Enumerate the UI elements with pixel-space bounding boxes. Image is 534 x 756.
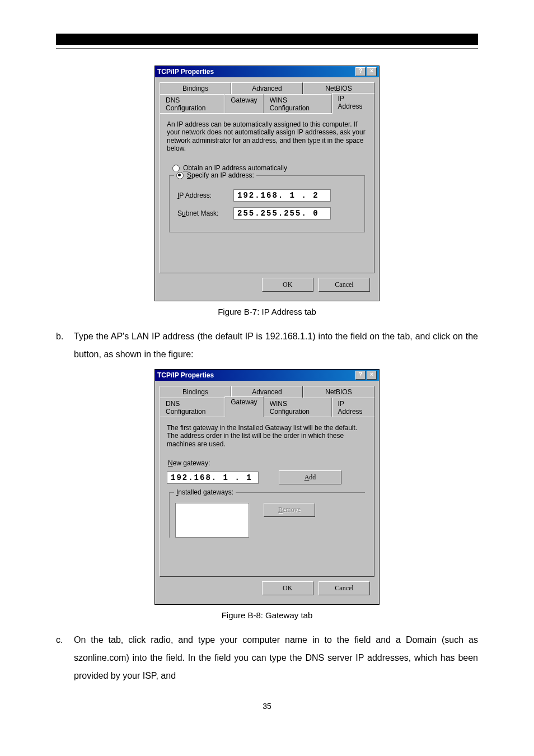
- title-bar: TCP/IP Properties ? ×: [155, 66, 379, 77]
- remove-button[interactable]: Remove: [264, 503, 315, 517]
- cancel-button[interactable]: Cancel: [318, 278, 370, 292]
- list-letter-c: c.: [56, 631, 74, 685]
- subnet-mask-input[interactable]: 255.255.255. 0: [233, 207, 331, 220]
- divider: [56, 48, 478, 49]
- help-button[interactable]: ?: [355, 371, 366, 380]
- figure-caption-b7: Figure B-7: IP Address tab: [56, 307, 478, 316]
- tab-netbios[interactable]: NetBIOS: [303, 82, 374, 94]
- explain-text: An IP address can be automatically assig…: [167, 120, 367, 153]
- explain-text: The first gateway in the Installed Gatew…: [167, 424, 367, 448]
- new-gateway-label: New gateway:: [168, 459, 366, 467]
- tcpip-properties-dialog-gateway: TCP/IP Properties ? × Bindings Advanced …: [154, 369, 380, 605]
- tab-dns-config[interactable]: DNS Configuration: [160, 94, 224, 114]
- tab-netbios[interactable]: NetBIOS: [303, 386, 374, 398]
- new-gateway-input[interactable]: 192.168. 1 . 1: [167, 472, 259, 484]
- ip-address-input[interactable]: 192.168. 1 . 2: [233, 189, 331, 202]
- close-button[interactable]: ×: [367, 67, 377, 76]
- radio-specify-ip[interactable]: Specify an IP address:: [174, 171, 256, 179]
- paragraph-c: c. On the tab, click radio, and type you…: [56, 631, 478, 685]
- close-button[interactable]: ×: [367, 371, 377, 380]
- dialog-title: TCP/IP Properties: [157, 68, 214, 76]
- radio-icon: [176, 172, 184, 179]
- cancel-button[interactable]: Cancel: [318, 581, 370, 595]
- installed-gateways-list[interactable]: [175, 503, 249, 538]
- ok-button[interactable]: OK: [262, 581, 313, 595]
- tab-bindings[interactable]: Bindings: [160, 386, 231, 398]
- ip-address-label: IP Address:: [177, 192, 233, 199]
- tab-advanced[interactable]: Advanced: [231, 386, 303, 398]
- tab-ip-address[interactable]: IP Address: [332, 93, 374, 114]
- specify-ip-group: Specify an IP address: IP Address: 192.1…: [169, 175, 365, 232]
- radio-obtain-auto[interactable]: Obtain an IP address automatically: [172, 164, 362, 172]
- subnet-mask-label: Subnet Mask:: [177, 209, 233, 217]
- installed-gateways-label: Installed gateways:: [174, 488, 236, 496]
- dialog-title: TCP/IP Properties: [157, 371, 214, 379]
- tab-wins-config[interactable]: WINS Configuration: [264, 94, 332, 114]
- tab-gateway[interactable]: Gateway: [224, 94, 263, 114]
- list-letter-b: b.: [56, 328, 74, 363]
- figure-caption-b8: Figure B-8: Gateway tab: [56, 610, 478, 620]
- tab-advanced[interactable]: Advanced: [231, 82, 303, 94]
- tcpip-properties-dialog-ip: TCP/IP Properties ? × Bindings Advanced …: [154, 66, 380, 301]
- ok-button[interactable]: OK: [262, 278, 313, 292]
- page-number: 35: [56, 702, 478, 711]
- header-black-bar: [56, 34, 478, 45]
- add-button[interactable]: Add: [279, 470, 341, 484]
- tab-ip-address[interactable]: IP Address: [332, 398, 374, 417]
- paragraph-b: b. Type the AP's LAN IP address (the def…: [56, 328, 478, 363]
- title-bar: TCP/IP Properties ? ×: [155, 370, 379, 381]
- tab-wins-config[interactable]: WINS Configuration: [264, 398, 332, 417]
- tab-gateway[interactable]: Gateway: [224, 396, 263, 417]
- tab-bindings[interactable]: Bindings: [160, 82, 231, 94]
- tab-dns-config[interactable]: DNS Configuration: [160, 398, 224, 417]
- help-button[interactable]: ?: [355, 67, 366, 76]
